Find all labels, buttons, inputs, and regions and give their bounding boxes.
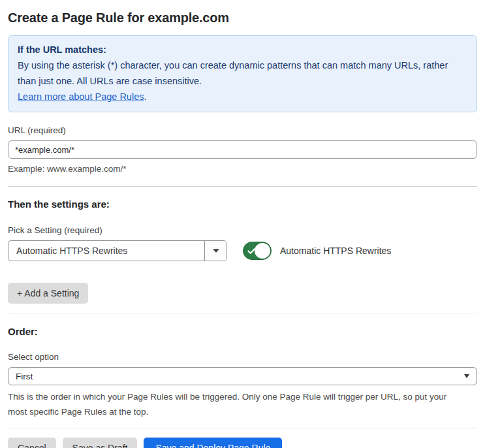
form-actions: Cancel Save as Draft Save and Deploy Pag… bbox=[8, 428, 477, 448]
setting-toggle[interactable] bbox=[243, 242, 272, 260]
order-select[interactable]: First bbox=[8, 367, 477, 385]
url-input[interactable] bbox=[8, 140, 477, 159]
setting-row: Automatic HTTPS Rewrites Automatic HTTPS… bbox=[8, 240, 477, 261]
page-title: Create a Page Rule for example.com bbox=[8, 10, 477, 25]
url-example-helper: Example: www.example.com/* bbox=[8, 164, 477, 174]
info-box-heading: If the URL matches: bbox=[18, 42, 467, 57]
info-box-footer: Learn more about Page Rules. bbox=[18, 89, 467, 104]
cancel-button[interactable]: Cancel bbox=[8, 438, 56, 448]
learn-more-link[interactable]: Learn more about Page Rules bbox=[18, 91, 144, 102]
divider bbox=[8, 186, 477, 187]
setting-picker-label: Pick a Setting (required) bbox=[8, 225, 477, 236]
order-helper-text: This is the order in which your Page Rul… bbox=[8, 389, 465, 419]
toggle-knob bbox=[255, 243, 270, 259]
info-box-body: By using the asterisk (*) character, you… bbox=[18, 57, 467, 89]
add-setting-button[interactable]: + Add a Setting bbox=[8, 283, 88, 304]
order-select-value: First bbox=[16, 372, 33, 381]
setting-select-arrow-button[interactable] bbox=[204, 241, 227, 261]
settings-section-heading: Then the settings are: bbox=[8, 199, 477, 210]
save-as-draft-button[interactable]: Save as Draft bbox=[63, 438, 138, 448]
setting-toggle-label: Automatic HTTPS Rewrites bbox=[280, 246, 391, 256]
setting-select-value: Automatic HTTPS Rewrites bbox=[8, 241, 204, 261]
url-field-label: URL (required) bbox=[8, 125, 477, 136]
chevron-down-icon bbox=[464, 374, 469, 378]
link-suffix: . bbox=[144, 91, 146, 102]
order-section-heading: Order: bbox=[8, 326, 477, 338]
order-select-label: Select option bbox=[8, 352, 477, 362]
divider bbox=[8, 313, 477, 313]
url-match-info-box: If the URL matches: By using the asteris… bbox=[8, 35, 477, 112]
save-and-deploy-button[interactable]: Save and Deploy Page Rule bbox=[144, 438, 282, 448]
setting-select[interactable]: Automatic HTTPS Rewrites bbox=[8, 240, 227, 261]
chevron-down-icon bbox=[213, 249, 219, 253]
create-page-rule-form: Create a Page Rule for example.com If th… bbox=[0, 0, 485, 448]
